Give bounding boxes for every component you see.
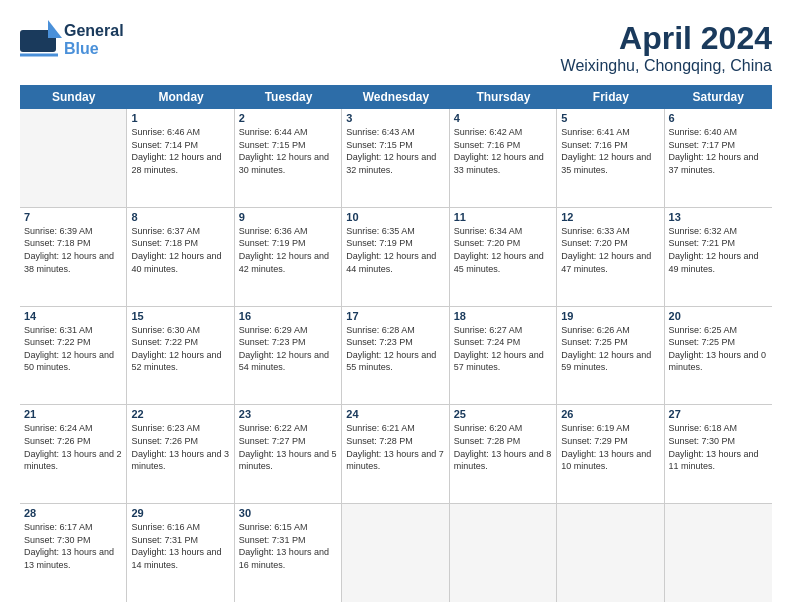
day-info-15: Sunrise: 6:30 AMSunset: 7:22 PMDaylight:… bbox=[131, 324, 229, 374]
day-info-13: Sunrise: 6:32 AMSunset: 7:21 PMDaylight:… bbox=[669, 225, 768, 275]
day-cell-2-3: 17Sunrise: 6:28 AMSunset: 7:23 PMDayligh… bbox=[342, 307, 449, 405]
day-cell-1-0: 7Sunrise: 6:39 AMSunset: 7:18 PMDaylight… bbox=[20, 208, 127, 306]
day-number-18: 18 bbox=[454, 310, 552, 322]
day-info-21: Sunrise: 6:24 AMSunset: 7:26 PMDaylight:… bbox=[24, 422, 122, 472]
day-cell-2-6: 20Sunrise: 6:25 AMSunset: 7:25 PMDayligh… bbox=[665, 307, 772, 405]
day-cell-1-4: 11Sunrise: 6:34 AMSunset: 7:20 PMDayligh… bbox=[450, 208, 557, 306]
day-cell-3-6: 27Sunrise: 6:18 AMSunset: 7:30 PMDayligh… bbox=[665, 405, 772, 503]
day-cell-0-3: 3Sunrise: 6:43 AMSunset: 7:15 PMDaylight… bbox=[342, 109, 449, 207]
day-number-13: 13 bbox=[669, 211, 768, 223]
day-cell-0-2: 2Sunrise: 6:44 AMSunset: 7:15 PMDaylight… bbox=[235, 109, 342, 207]
day-number-27: 27 bbox=[669, 408, 768, 420]
day-number-4: 4 bbox=[454, 112, 552, 124]
day-cell-3-2: 23Sunrise: 6:22 AMSunset: 7:27 PMDayligh… bbox=[235, 405, 342, 503]
day-info-19: Sunrise: 6:26 AMSunset: 7:25 PMDaylight:… bbox=[561, 324, 659, 374]
day-info-18: Sunrise: 6:27 AMSunset: 7:24 PMDaylight:… bbox=[454, 324, 552, 374]
day-number-21: 21 bbox=[24, 408, 122, 420]
logo: General Blue bbox=[20, 20, 124, 60]
logo-text-blue: Blue bbox=[64, 40, 124, 58]
day-cell-1-1: 8Sunrise: 6:37 AMSunset: 7:18 PMDaylight… bbox=[127, 208, 234, 306]
day-cell-4-2: 30Sunrise: 6:15 AMSunset: 7:31 PMDayligh… bbox=[235, 504, 342, 602]
day-cell-3-5: 26Sunrise: 6:19 AMSunset: 7:29 PMDayligh… bbox=[557, 405, 664, 503]
day-cell-4-3 bbox=[342, 504, 449, 602]
day-number-11: 11 bbox=[454, 211, 552, 223]
header-friday: Friday bbox=[557, 85, 664, 109]
header: General Blue April 2024 Weixinghu, Chong… bbox=[20, 20, 772, 75]
day-cell-1-3: 10Sunrise: 6:35 AMSunset: 7:19 PMDayligh… bbox=[342, 208, 449, 306]
calendar: Sunday Monday Tuesday Wednesday Thursday… bbox=[20, 85, 772, 602]
week-5: 28Sunrise: 6:17 AMSunset: 7:30 PMDayligh… bbox=[20, 504, 772, 602]
day-cell-0-0 bbox=[20, 109, 127, 207]
day-cell-0-1: 1Sunrise: 6:46 AMSunset: 7:14 PMDaylight… bbox=[127, 109, 234, 207]
main-title: April 2024 bbox=[561, 20, 772, 57]
header-tuesday: Tuesday bbox=[235, 85, 342, 109]
header-monday: Monday bbox=[127, 85, 234, 109]
day-info-29: Sunrise: 6:16 AMSunset: 7:31 PMDaylight:… bbox=[131, 521, 229, 571]
day-number-10: 10 bbox=[346, 211, 444, 223]
header-thursday: Thursday bbox=[450, 85, 557, 109]
day-number-14: 14 bbox=[24, 310, 122, 322]
day-info-28: Sunrise: 6:17 AMSunset: 7:30 PMDaylight:… bbox=[24, 521, 122, 571]
logo-text-general: General bbox=[64, 22, 124, 40]
day-info-22: Sunrise: 6:23 AMSunset: 7:26 PMDaylight:… bbox=[131, 422, 229, 472]
day-cell-4-4 bbox=[450, 504, 557, 602]
day-info-6: Sunrise: 6:40 AMSunset: 7:17 PMDaylight:… bbox=[669, 126, 768, 176]
day-number-1: 1 bbox=[131, 112, 229, 124]
day-info-25: Sunrise: 6:20 AMSunset: 7:28 PMDaylight:… bbox=[454, 422, 552, 472]
day-info-27: Sunrise: 6:18 AMSunset: 7:30 PMDaylight:… bbox=[669, 422, 768, 472]
day-number-2: 2 bbox=[239, 112, 337, 124]
day-cell-3-1: 22Sunrise: 6:23 AMSunset: 7:26 PMDayligh… bbox=[127, 405, 234, 503]
day-info-16: Sunrise: 6:29 AMSunset: 7:23 PMDaylight:… bbox=[239, 324, 337, 374]
day-info-5: Sunrise: 6:41 AMSunset: 7:16 PMDaylight:… bbox=[561, 126, 659, 176]
day-info-9: Sunrise: 6:36 AMSunset: 7:19 PMDaylight:… bbox=[239, 225, 337, 275]
day-cell-2-2: 16Sunrise: 6:29 AMSunset: 7:23 PMDayligh… bbox=[235, 307, 342, 405]
day-number-26: 26 bbox=[561, 408, 659, 420]
day-cell-3-0: 21Sunrise: 6:24 AMSunset: 7:26 PMDayligh… bbox=[20, 405, 127, 503]
day-number-19: 19 bbox=[561, 310, 659, 322]
day-info-10: Sunrise: 6:35 AMSunset: 7:19 PMDaylight:… bbox=[346, 225, 444, 275]
day-info-4: Sunrise: 6:42 AMSunset: 7:16 PMDaylight:… bbox=[454, 126, 552, 176]
week-2: 7Sunrise: 6:39 AMSunset: 7:18 PMDaylight… bbox=[20, 208, 772, 307]
day-info-26: Sunrise: 6:19 AMSunset: 7:29 PMDaylight:… bbox=[561, 422, 659, 472]
day-number-24: 24 bbox=[346, 408, 444, 420]
logo-icon bbox=[20, 20, 62, 60]
day-cell-0-5: 5Sunrise: 6:41 AMSunset: 7:16 PMDaylight… bbox=[557, 109, 664, 207]
day-info-23: Sunrise: 6:22 AMSunset: 7:27 PMDaylight:… bbox=[239, 422, 337, 472]
day-info-14: Sunrise: 6:31 AMSunset: 7:22 PMDaylight:… bbox=[24, 324, 122, 374]
day-cell-0-6: 6Sunrise: 6:40 AMSunset: 7:17 PMDaylight… bbox=[665, 109, 772, 207]
day-number-8: 8 bbox=[131, 211, 229, 223]
header-wednesday: Wednesday bbox=[342, 85, 449, 109]
day-number-12: 12 bbox=[561, 211, 659, 223]
week-4: 21Sunrise: 6:24 AMSunset: 7:26 PMDayligh… bbox=[20, 405, 772, 504]
day-cell-2-1: 15Sunrise: 6:30 AMSunset: 7:22 PMDayligh… bbox=[127, 307, 234, 405]
header-sunday: Sunday bbox=[20, 85, 127, 109]
day-cell-0-4: 4Sunrise: 6:42 AMSunset: 7:16 PMDaylight… bbox=[450, 109, 557, 207]
day-number-7: 7 bbox=[24, 211, 122, 223]
title-section: April 2024 Weixinghu, Chongqing, China bbox=[561, 20, 772, 75]
day-info-17: Sunrise: 6:28 AMSunset: 7:23 PMDaylight:… bbox=[346, 324, 444, 374]
day-number-29: 29 bbox=[131, 507, 229, 519]
day-info-7: Sunrise: 6:39 AMSunset: 7:18 PMDaylight:… bbox=[24, 225, 122, 275]
svg-marker-1 bbox=[48, 20, 62, 38]
day-cell-4-0: 28Sunrise: 6:17 AMSunset: 7:30 PMDayligh… bbox=[20, 504, 127, 602]
day-number-9: 9 bbox=[239, 211, 337, 223]
header-saturday: Saturday bbox=[665, 85, 772, 109]
day-cell-4-5 bbox=[557, 504, 664, 602]
day-info-8: Sunrise: 6:37 AMSunset: 7:18 PMDaylight:… bbox=[131, 225, 229, 275]
day-cell-2-5: 19Sunrise: 6:26 AMSunset: 7:25 PMDayligh… bbox=[557, 307, 664, 405]
page: General Blue April 2024 Weixinghu, Chong… bbox=[0, 0, 792, 612]
day-info-12: Sunrise: 6:33 AMSunset: 7:20 PMDaylight:… bbox=[561, 225, 659, 275]
day-cell-2-4: 18Sunrise: 6:27 AMSunset: 7:24 PMDayligh… bbox=[450, 307, 557, 405]
week-3: 14Sunrise: 6:31 AMSunset: 7:22 PMDayligh… bbox=[20, 307, 772, 406]
day-number-16: 16 bbox=[239, 310, 337, 322]
day-cell-3-3: 24Sunrise: 6:21 AMSunset: 7:28 PMDayligh… bbox=[342, 405, 449, 503]
day-number-23: 23 bbox=[239, 408, 337, 420]
day-cell-1-6: 13Sunrise: 6:32 AMSunset: 7:21 PMDayligh… bbox=[665, 208, 772, 306]
day-cell-2-0: 14Sunrise: 6:31 AMSunset: 7:22 PMDayligh… bbox=[20, 307, 127, 405]
day-info-1: Sunrise: 6:46 AMSunset: 7:14 PMDaylight:… bbox=[131, 126, 229, 176]
day-number-28: 28 bbox=[24, 507, 122, 519]
subtitle: Weixinghu, Chongqing, China bbox=[561, 57, 772, 75]
day-number-20: 20 bbox=[669, 310, 768, 322]
day-number-25: 25 bbox=[454, 408, 552, 420]
day-info-2: Sunrise: 6:44 AMSunset: 7:15 PMDaylight:… bbox=[239, 126, 337, 176]
